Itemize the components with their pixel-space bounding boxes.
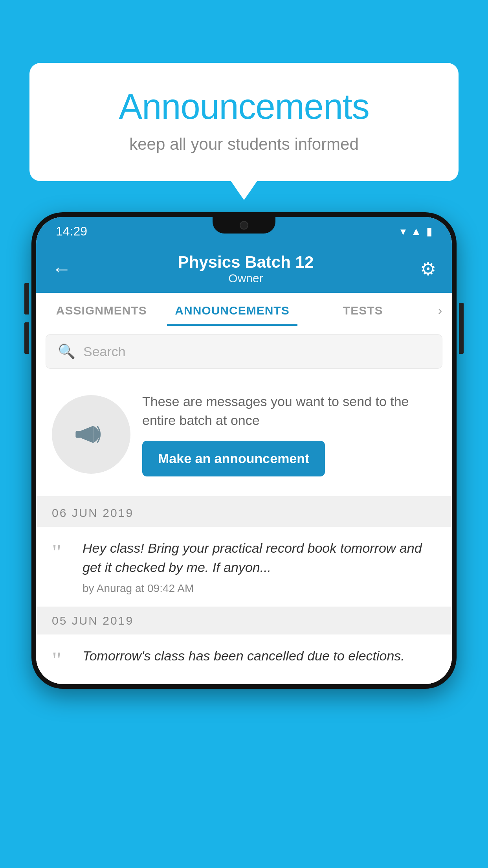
status-time: 14:29 — [56, 224, 87, 239]
speech-bubble-section: Announcements keep all your students inf… — [29, 63, 459, 181]
back-button[interactable]: ← — [52, 257, 72, 280]
batch-role: Owner — [178, 272, 314, 285]
bubble-subtitle: keep all your students informed — [61, 135, 427, 154]
tab-tests[interactable]: TESTS — [297, 293, 428, 326]
status-icons: ▾ ▲ ▮ — [400, 225, 432, 238]
phone-mockup: 14:29 ▾ ▲ ▮ ← Physics Batch 12 Owner ⚙ — [31, 212, 457, 689]
wifi-icon: ▾ — [400, 225, 406, 238]
bubble-title: Announcements — [61, 86, 427, 127]
signal-icon: ▲ — [411, 225, 422, 238]
power-button — [459, 303, 464, 354]
tab-more-icon[interactable]: › — [428, 293, 452, 326]
search-bar[interactable]: 🔍 Search — [46, 334, 442, 369]
battery-icon: ▮ — [426, 225, 432, 238]
svg-rect-1 — [75, 431, 81, 438]
announcement-text-1: Hey class! Bring your practical record b… — [83, 539, 436, 577]
promo-icon-circle — [52, 395, 130, 474]
phone-notch — [213, 217, 275, 234]
volume-up-button — [24, 283, 29, 314]
make-announcement-button[interactable]: Make an announcement — [142, 441, 325, 476]
search-bar-container: 🔍 Search — [36, 326, 452, 377]
header-title-group: Physics Batch 12 Owner — [178, 253, 314, 285]
svg-marker-0 — [81, 426, 94, 443]
tab-announcements[interactable]: ANNOUNCEMENTS — [167, 293, 298, 326]
announcement-meta-1: by Anurag at 09:42 AM — [83, 582, 436, 595]
volume-down-button — [24, 322, 29, 354]
batch-title: Physics Batch 12 — [178, 253, 314, 272]
tab-bar: ASSIGNMENTS ANNOUNCEMENTS TESTS › — [36, 293, 452, 326]
announcement-item-1[interactable]: " Hey class! Bring your practical record… — [36, 527, 452, 607]
search-icon: 🔍 — [58, 343, 75, 360]
speech-bubble: Announcements keep all your students inf… — [29, 63, 459, 181]
promo-section: These are messages you want to send to t… — [36, 377, 452, 499]
date-separator-1: 06 JUN 2019 — [36, 499, 452, 527]
phone-screen: 14:29 ▾ ▲ ▮ ← Physics Batch 12 Owner ⚙ — [36, 217, 452, 684]
settings-icon[interactable]: ⚙ — [420, 258, 436, 280]
promo-content: These are messages you want to send to t… — [142, 392, 436, 476]
announcement-content-1: Hey class! Bring your practical record b… — [83, 539, 436, 595]
quote-icon-2: " — [52, 648, 72, 672]
search-placeholder: Search — [83, 344, 126, 359]
announcement-content-2: Tomorrow's class has been cancelled due … — [83, 646, 436, 670]
date-separator-2: 05 JUN 2019 — [36, 607, 452, 634]
promo-description: These are messages you want to send to t… — [142, 392, 436, 430]
megaphone-icon — [70, 413, 113, 456]
announcement-item-2[interactable]: " Tomorrow's class has been cancelled du… — [36, 634, 452, 684]
announcement-text-2: Tomorrow's class has been cancelled due … — [83, 646, 436, 666]
app-header: ← Physics Batch 12 Owner ⚙ — [36, 243, 452, 293]
phone-body: 14:29 ▾ ▲ ▮ ← Physics Batch 12 Owner ⚙ — [31, 212, 457, 689]
tab-assignments[interactable]: ASSIGNMENTS — [36, 293, 167, 326]
front-camera — [240, 221, 248, 230]
quote-icon-1: " — [52, 541, 72, 564]
